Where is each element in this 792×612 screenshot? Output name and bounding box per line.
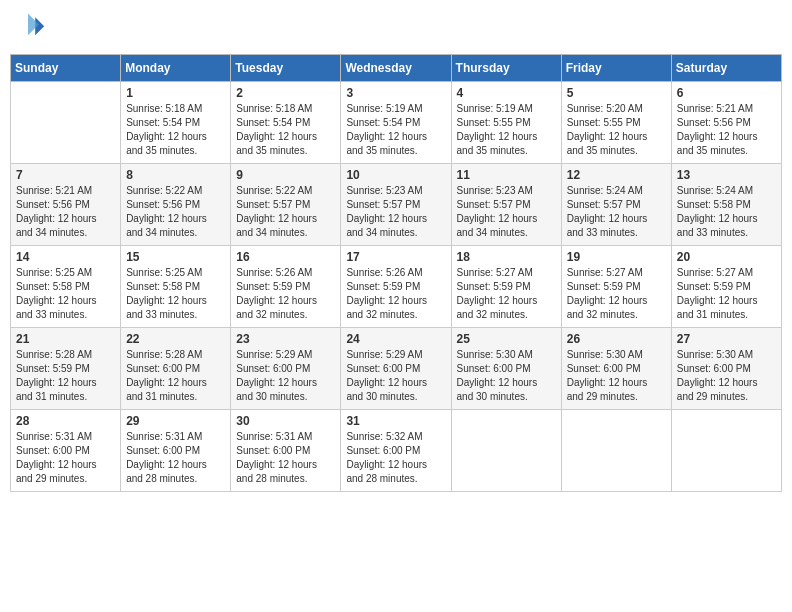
day-info: Sunrise: 5:28 AM Sunset: 5:59 PM Dayligh… (16, 348, 115, 404)
day-info: Sunrise: 5:23 AM Sunset: 5:57 PM Dayligh… (457, 184, 556, 240)
day-number: 31 (346, 414, 445, 428)
day-number: 17 (346, 250, 445, 264)
calendar-cell: 14Sunrise: 5:25 AM Sunset: 5:58 PM Dayli… (11, 246, 121, 328)
calendar-cell: 27Sunrise: 5:30 AM Sunset: 6:00 PM Dayli… (671, 328, 781, 410)
logo (10, 10, 50, 46)
day-number: 7 (16, 168, 115, 182)
day-number: 30 (236, 414, 335, 428)
day-info: Sunrise: 5:25 AM Sunset: 5:58 PM Dayligh… (16, 266, 115, 322)
day-number: 26 (567, 332, 666, 346)
calendar-week-5: 28Sunrise: 5:31 AM Sunset: 6:00 PM Dayli… (11, 410, 782, 492)
calendar-cell: 7Sunrise: 5:21 AM Sunset: 5:56 PM Daylig… (11, 164, 121, 246)
logo-icon (10, 10, 46, 46)
calendar-cell (561, 410, 671, 492)
day-info: Sunrise: 5:24 AM Sunset: 5:58 PM Dayligh… (677, 184, 776, 240)
header-cell-tuesday: Tuesday (231, 55, 341, 82)
day-info: Sunrise: 5:30 AM Sunset: 6:00 PM Dayligh… (677, 348, 776, 404)
header-cell-friday: Friday (561, 55, 671, 82)
day-info: Sunrise: 5:31 AM Sunset: 6:00 PM Dayligh… (126, 430, 225, 486)
calendar-header: SundayMondayTuesdayWednesdayThursdayFrid… (11, 55, 782, 82)
day-number: 12 (567, 168, 666, 182)
calendar-cell: 19Sunrise: 5:27 AM Sunset: 5:59 PM Dayli… (561, 246, 671, 328)
day-number: 19 (567, 250, 666, 264)
calendar-cell: 24Sunrise: 5:29 AM Sunset: 6:00 PM Dayli… (341, 328, 451, 410)
calendar-cell: 29Sunrise: 5:31 AM Sunset: 6:00 PM Dayli… (121, 410, 231, 492)
day-number: 13 (677, 168, 776, 182)
calendar-cell: 17Sunrise: 5:26 AM Sunset: 5:59 PM Dayli… (341, 246, 451, 328)
day-number: 16 (236, 250, 335, 264)
calendar-cell: 23Sunrise: 5:29 AM Sunset: 6:00 PM Dayli… (231, 328, 341, 410)
day-number: 11 (457, 168, 556, 182)
calendar-cell (671, 410, 781, 492)
day-info: Sunrise: 5:23 AM Sunset: 5:57 PM Dayligh… (346, 184, 445, 240)
calendar-cell: 4Sunrise: 5:19 AM Sunset: 5:55 PM Daylig… (451, 82, 561, 164)
header-row: SundayMondayTuesdayWednesdayThursdayFrid… (11, 55, 782, 82)
calendar-cell: 31Sunrise: 5:32 AM Sunset: 6:00 PM Dayli… (341, 410, 451, 492)
day-number: 9 (236, 168, 335, 182)
calendar-cell: 10Sunrise: 5:23 AM Sunset: 5:57 PM Dayli… (341, 164, 451, 246)
calendar-cell: 18Sunrise: 5:27 AM Sunset: 5:59 PM Dayli… (451, 246, 561, 328)
day-info: Sunrise: 5:28 AM Sunset: 6:00 PM Dayligh… (126, 348, 225, 404)
day-info: Sunrise: 5:19 AM Sunset: 5:54 PM Dayligh… (346, 102, 445, 158)
header-cell-saturday: Saturday (671, 55, 781, 82)
day-info: Sunrise: 5:19 AM Sunset: 5:55 PM Dayligh… (457, 102, 556, 158)
day-info: Sunrise: 5:18 AM Sunset: 5:54 PM Dayligh… (236, 102, 335, 158)
calendar-body: 1Sunrise: 5:18 AM Sunset: 5:54 PM Daylig… (11, 82, 782, 492)
calendar-cell: 6Sunrise: 5:21 AM Sunset: 5:56 PM Daylig… (671, 82, 781, 164)
calendar-week-3: 14Sunrise: 5:25 AM Sunset: 5:58 PM Dayli… (11, 246, 782, 328)
calendar-cell: 22Sunrise: 5:28 AM Sunset: 6:00 PM Dayli… (121, 328, 231, 410)
day-info: Sunrise: 5:20 AM Sunset: 5:55 PM Dayligh… (567, 102, 666, 158)
day-number: 18 (457, 250, 556, 264)
calendar-cell: 3Sunrise: 5:19 AM Sunset: 5:54 PM Daylig… (341, 82, 451, 164)
day-number: 4 (457, 86, 556, 100)
day-number: 15 (126, 250, 225, 264)
calendar-cell: 30Sunrise: 5:31 AM Sunset: 6:00 PM Dayli… (231, 410, 341, 492)
day-info: Sunrise: 5:18 AM Sunset: 5:54 PM Dayligh… (126, 102, 225, 158)
day-info: Sunrise: 5:25 AM Sunset: 5:58 PM Dayligh… (126, 266, 225, 322)
page-header (10, 10, 782, 46)
calendar-cell: 26Sunrise: 5:30 AM Sunset: 6:00 PM Dayli… (561, 328, 671, 410)
day-number: 3 (346, 86, 445, 100)
calendar-cell: 28Sunrise: 5:31 AM Sunset: 6:00 PM Dayli… (11, 410, 121, 492)
calendar-cell: 25Sunrise: 5:30 AM Sunset: 6:00 PM Dayli… (451, 328, 561, 410)
calendar-cell: 1Sunrise: 5:18 AM Sunset: 5:54 PM Daylig… (121, 82, 231, 164)
day-number: 5 (567, 86, 666, 100)
calendar-week-2: 7Sunrise: 5:21 AM Sunset: 5:56 PM Daylig… (11, 164, 782, 246)
day-number: 8 (126, 168, 225, 182)
day-info: Sunrise: 5:22 AM Sunset: 5:56 PM Dayligh… (126, 184, 225, 240)
day-info: Sunrise: 5:21 AM Sunset: 5:56 PM Dayligh… (677, 102, 776, 158)
day-info: Sunrise: 5:29 AM Sunset: 6:00 PM Dayligh… (236, 348, 335, 404)
day-info: Sunrise: 5:27 AM Sunset: 5:59 PM Dayligh… (457, 266, 556, 322)
calendar-cell: 15Sunrise: 5:25 AM Sunset: 5:58 PM Dayli… (121, 246, 231, 328)
header-cell-wednesday: Wednesday (341, 55, 451, 82)
day-number: 27 (677, 332, 776, 346)
day-number: 10 (346, 168, 445, 182)
calendar-cell: 2Sunrise: 5:18 AM Sunset: 5:54 PM Daylig… (231, 82, 341, 164)
calendar-cell: 5Sunrise: 5:20 AM Sunset: 5:55 PM Daylig… (561, 82, 671, 164)
header-cell-monday: Monday (121, 55, 231, 82)
day-number: 29 (126, 414, 225, 428)
day-info: Sunrise: 5:30 AM Sunset: 6:00 PM Dayligh… (457, 348, 556, 404)
calendar-cell (451, 410, 561, 492)
day-info: Sunrise: 5:27 AM Sunset: 5:59 PM Dayligh… (677, 266, 776, 322)
header-cell-thursday: Thursday (451, 55, 561, 82)
day-number: 6 (677, 86, 776, 100)
day-info: Sunrise: 5:32 AM Sunset: 6:00 PM Dayligh… (346, 430, 445, 486)
day-info: Sunrise: 5:27 AM Sunset: 5:59 PM Dayligh… (567, 266, 666, 322)
calendar-cell: 9Sunrise: 5:22 AM Sunset: 5:57 PM Daylig… (231, 164, 341, 246)
calendar-week-1: 1Sunrise: 5:18 AM Sunset: 5:54 PM Daylig… (11, 82, 782, 164)
calendar-cell: 21Sunrise: 5:28 AM Sunset: 5:59 PM Dayli… (11, 328, 121, 410)
day-number: 21 (16, 332, 115, 346)
calendar-cell: 8Sunrise: 5:22 AM Sunset: 5:56 PM Daylig… (121, 164, 231, 246)
day-number: 20 (677, 250, 776, 264)
calendar-cell: 11Sunrise: 5:23 AM Sunset: 5:57 PM Dayli… (451, 164, 561, 246)
day-info: Sunrise: 5:26 AM Sunset: 5:59 PM Dayligh… (346, 266, 445, 322)
header-cell-sunday: Sunday (11, 55, 121, 82)
day-number: 2 (236, 86, 335, 100)
day-number: 22 (126, 332, 225, 346)
day-number: 24 (346, 332, 445, 346)
calendar-cell: 16Sunrise: 5:26 AM Sunset: 5:59 PM Dayli… (231, 246, 341, 328)
day-info: Sunrise: 5:31 AM Sunset: 6:00 PM Dayligh… (16, 430, 115, 486)
day-info: Sunrise: 5:24 AM Sunset: 5:57 PM Dayligh… (567, 184, 666, 240)
calendar-cell: 13Sunrise: 5:24 AM Sunset: 5:58 PM Dayli… (671, 164, 781, 246)
